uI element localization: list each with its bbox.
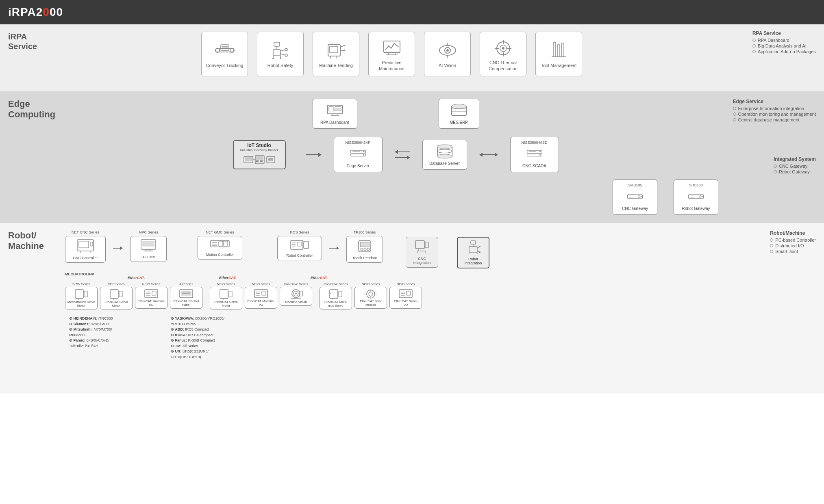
cnc-scada-label: CNC SCADA <box>522 163 546 169</box>
addon-dot <box>752 50 756 53</box>
net-gmc-label: NET GMC Series <box>206 230 234 234</box>
smb105-node: SMB105 CNC Gateway <box>613 180 657 215</box>
neio-series5-label: NEIO Series <box>397 282 415 286</box>
svg-point-80 <box>437 154 452 158</box>
edge-service-title: Edge Service <box>733 99 816 104</box>
database-server-label: Database Server <box>429 161 460 166</box>
robot-safety-box: Robot Safety <box>257 32 304 76</box>
cnc-gateway-item: CNC Gateway <box>774 164 816 169</box>
big-data-item: Big Data Analysis and AI <box>752 43 816 48</box>
robot-machine-right-title: Robot/Machine <box>770 230 816 236</box>
header: iRPA2000 <box>0 0 824 24</box>
svg-rect-119 <box>360 242 369 247</box>
svg-rect-8 <box>273 50 280 55</box>
svg-point-84 <box>539 154 541 156</box>
svg-point-137 <box>479 251 480 253</box>
cnc-thermal-icon <box>493 37 513 58</box>
svg-rect-47 <box>328 106 333 111</box>
rpa-dashboard-item: RPA Dashboard <box>752 38 816 43</box>
cnc-thermal-box: CNC Thermal Compensation <box>480 32 526 76</box>
rcs-series-label: RCS Series <box>290 230 309 234</box>
svg-point-77 <box>437 145 452 148</box>
robot-machine-right: Robot/Machine PC-based Controller Distri… <box>770 230 816 255</box>
cnc-thermal-label: CNC Thermal Compensation <box>482 60 524 71</box>
predictive-label: Predictive Maintenance <box>371 60 413 71</box>
teach-pendant-label: Teach Pendant <box>352 256 377 260</box>
svg-point-21 <box>344 45 345 46</box>
svg-rect-3 <box>221 45 229 50</box>
logo-highlight: 0 <box>43 6 50 18</box>
cnc-brands: ⊙ HEINDENAIN: iTNC530 ⊙ Siemens: 828D/84… <box>69 316 150 360</box>
rpa-dashboard-icon <box>327 102 343 119</box>
srb100-node: SRB100 Robot Gateway <box>674 180 718 215</box>
motion-controller-icon <box>210 239 230 252</box>
nise-msd-label: NISE3800-MSD <box>521 141 547 145</box>
svg-line-9 <box>280 50 285 51</box>
rpa-dashboard-node: RPA Dashboard <box>313 99 357 129</box>
svg-point-15 <box>272 58 274 59</box>
smart-joint-item: Smart Joint <box>770 249 816 254</box>
svg-rect-116 <box>297 242 301 246</box>
conveyor-tracking-box: Conveyor Tracking <box>201 32 248 76</box>
svg-rect-144 <box>110 290 118 299</box>
svg-rect-98 <box>79 241 89 248</box>
axe9801-label: AXE9801 <box>179 282 193 286</box>
svg-rect-151 <box>152 291 156 295</box>
integrated-system-title: Integrated System <box>774 156 816 162</box>
cooldrive-label: CoolDrive Series <box>284 282 308 286</box>
svg-rect-61 <box>256 156 263 160</box>
cnc-scada-icon <box>526 146 543 162</box>
svg-rect-63 <box>260 160 263 162</box>
cnc-gateway-label: CNC Gateway <box>622 206 648 211</box>
ethercat-machine1-label: EtherCAT Machine I/O <box>137 299 165 307</box>
svg-rect-44 <box>561 43 564 57</box>
svg-rect-170 <box>339 291 342 297</box>
robot-safety-icon <box>270 40 291 61</box>
nise-msd-node: NISE3800-MSD CNC SCADA <box>510 137 559 172</box>
addon-text: Application Add-on Packages <box>758 49 816 54</box>
big-data-text: Big Data Analysis and AI <box>758 43 807 48</box>
svg-rect-124 <box>425 242 428 248</box>
mpc-series-label: MPC Series <box>139 230 158 234</box>
ethercat-joint-label: EtherCAT Joint Module <box>357 299 385 307</box>
rpa-dashboard-dot <box>752 39 756 42</box>
edge-server-label: Edge Server <box>347 163 370 169</box>
rpa-dashboard-node-label: RPA Dashboard <box>320 120 349 125</box>
tool-management-box: Tool Management <box>535 32 582 76</box>
svg-rect-153 <box>181 291 191 296</box>
predictive-icon <box>382 37 402 58</box>
central-db-item: Central database management <box>733 117 816 122</box>
svg-point-96 <box>702 196 703 197</box>
ethercat-multiaxis-node: EtherCAT Multi-axis Servo <box>320 287 352 309</box>
smb105-label: SMB105 <box>628 183 642 187</box>
svg-rect-62 <box>256 160 259 162</box>
tp100-label: TP100 Series <box>354 230 376 234</box>
ai-vision-box: AI Vision <box>424 32 471 76</box>
robot-integration-icon <box>466 240 480 256</box>
svg-rect-48 <box>335 106 341 108</box>
svg-rect-133 <box>469 247 477 252</box>
rpa-service-right-title: RPA Service <box>752 30 816 36</box>
svg-point-55 <box>452 104 466 108</box>
svg-point-95 <box>699 196 701 198</box>
logo: iRPA2000 <box>8 6 63 19</box>
ethercat-machine2-node: EtherCAT Machine I/O <box>245 287 277 309</box>
machine-tending-label: Machine Tending <box>319 63 353 68</box>
svg-rect-183 <box>407 291 411 295</box>
robot-controller-node: Robot Controller <box>277 236 322 260</box>
svg-rect-117 <box>304 241 309 249</box>
svg-rect-110 <box>219 241 223 246</box>
tool-management-label: Tool Management <box>541 63 576 68</box>
svg-point-16 <box>280 58 281 59</box>
srb100-label: SRB100 <box>689 183 703 187</box>
svg-point-78 <box>437 149 452 153</box>
tool-management-icon <box>549 40 569 61</box>
svg-point-121 <box>364 248 366 251</box>
iot-studio-title: IoT Studio <box>237 143 282 148</box>
ethercat-machine2-label: EtherCAT Machine I/O <box>247 299 275 307</box>
neio-series1-label: NEIO Series <box>142 282 160 286</box>
robot-controller-label: Robot Controller <box>286 253 313 257</box>
ethercat-panel-label: EtherCAT Control Panel <box>172 299 200 307</box>
i4-hmi-node: I4.0 HMI <box>130 236 167 262</box>
addon-item: Application Add-on Packages <box>752 49 816 54</box>
